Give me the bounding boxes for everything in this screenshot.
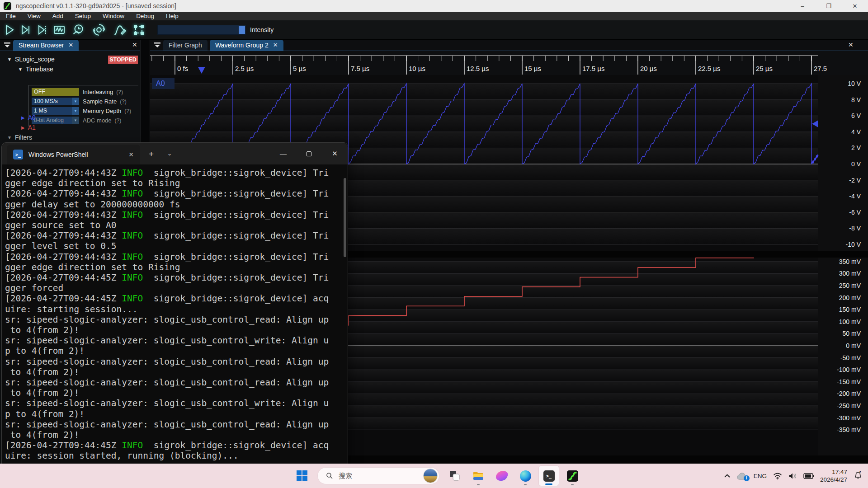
tab-stream-browser[interactable]: Stream Browser ✕ xyxy=(13,40,79,51)
menu-item-add[interactable]: Add xyxy=(47,12,69,20)
terminal-maximize-button[interactable] xyxy=(296,143,322,164)
menu-item-view[interactable]: View xyxy=(22,12,47,20)
menu-item-debug[interactable]: Debug xyxy=(130,12,160,20)
menu-item-setup[interactable]: Setup xyxy=(69,12,97,20)
waveform-history-icon[interactable] xyxy=(52,22,67,38)
tree-node-channel-a0[interactable]: ▶A0 xyxy=(21,114,36,121)
terminal-log-line: to 4(from 2)! xyxy=(5,430,343,440)
intensity-slider[interactable] xyxy=(157,25,246,35)
svg-text:27.5: 27.5 xyxy=(814,65,827,72)
task-view-button[interactable] xyxy=(444,465,465,486)
terminal-minimize-button[interactable]: — xyxy=(270,143,296,164)
paint-app-button[interactable] xyxy=(491,465,512,486)
expand-arrow-icon[interactable]: ▼ xyxy=(7,57,12,62)
search-box[interactable]: 搜索 xyxy=(317,467,439,484)
dropdown-select[interactable]: 1 MS▼ xyxy=(32,107,79,115)
filter-curve-icon[interactable] xyxy=(112,22,127,38)
tree-node-channel-a1[interactable]: ▶A1 xyxy=(21,124,36,131)
terminal-tab[interactable]: >_ Windows PowerShell ✕ xyxy=(7,145,140,164)
chevron-down-icon[interactable]: ▼ xyxy=(72,117,79,124)
svg-text:150 mV: 150 mV xyxy=(839,306,861,313)
intensity-slider-handle[interactable] xyxy=(239,26,245,34)
channel-name: A1 xyxy=(28,124,36,131)
expand-arrow-icon[interactable]: ▼ xyxy=(7,135,12,140)
wifi-icon[interactable] xyxy=(773,473,782,479)
fit-view-icon[interactable] xyxy=(131,22,146,38)
terminal-log-line: to 4(from 2)! xyxy=(5,367,343,377)
refresh-settings-icon[interactable] xyxy=(91,22,107,38)
help-icon[interactable]: (?) xyxy=(116,89,123,95)
window-close-button[interactable]: ✕ xyxy=(842,0,868,12)
chevron-down-icon[interactable]: ▼ xyxy=(72,107,79,115)
search-highlight-image[interactable] xyxy=(423,469,438,483)
multi-trigger-icon[interactable] xyxy=(35,22,50,38)
help-icon[interactable]: (?) xyxy=(124,108,131,114)
close-tab-icon[interactable]: ✕ xyxy=(128,151,134,158)
svg-text:-200 mV: -200 mV xyxy=(837,390,861,397)
time-ruler[interactable]: 0 fs2.5 µs5 µs7.5 µs10 µs12.5 µs15 µs17.… xyxy=(150,51,868,75)
terminal-output[interactable]: [2026-04-27T09:44:43Z INFO sigrok_bridge… xyxy=(2,164,348,488)
start-button[interactable] xyxy=(292,465,312,486)
expand-arrow-icon[interactable]: ▶ xyxy=(21,115,25,120)
terminal-log-line: sr: sipeed-slogic-analyzer: slogic_usb_c… xyxy=(5,314,343,325)
svg-text:-6 V: -6 V xyxy=(849,209,861,216)
channel-badge-a0[interactable]: A0 xyxy=(152,78,175,89)
svg-text:2 V: 2 V xyxy=(851,144,861,151)
tree-node-device[interactable]: ▼ SLogic_scope xyxy=(7,56,55,63)
close-tab-icon[interactable]: ✕ xyxy=(273,40,278,51)
single-trigger-icon[interactable] xyxy=(18,22,33,38)
terminal-titlebar[interactable]: >_ Windows PowerShell ✕ + ⌄ — ✕ xyxy=(2,143,348,164)
close-tab-icon[interactable]: ✕ xyxy=(68,40,73,51)
svg-text:-4 V: -4 V xyxy=(849,192,861,200)
battery-icon[interactable] xyxy=(803,473,814,479)
tab-filter-graph[interactable]: Filter Graph xyxy=(163,40,208,51)
tab-dropdown-icon[interactable]: ⌄ xyxy=(167,150,172,157)
terminal-log-line: gger forced xyxy=(5,283,343,293)
chevron-down-icon[interactable]: ▼ xyxy=(72,98,79,105)
toggle-button[interactable]: OFF xyxy=(32,88,79,96)
dropdown-select[interactable]: 100 MS/s▼ xyxy=(32,98,79,105)
terminal-scrollbar[interactable] xyxy=(344,178,346,257)
tray-chevron-icon[interactable] xyxy=(724,474,730,478)
tab-label: Filter Graph xyxy=(169,40,202,51)
file-explorer-button[interactable] xyxy=(468,465,489,486)
play-icon[interactable] xyxy=(1,22,17,38)
window-maximize-button[interactable]: ❐ xyxy=(816,0,842,12)
menu-item-file[interactable]: File xyxy=(0,12,22,20)
dock-menu-icon[interactable] xyxy=(3,41,12,50)
panel-close-icon[interactable]: ✕ xyxy=(848,41,854,48)
menu-item-help[interactable]: Help xyxy=(160,12,184,20)
menu-item-window[interactable]: Window xyxy=(97,12,130,20)
help-icon[interactable]: (?) xyxy=(115,117,122,124)
svg-text:0 fs: 0 fs xyxy=(177,65,188,72)
svg-text:10 V: 10 V xyxy=(848,80,861,87)
expand-arrow-icon[interactable]: ▼ xyxy=(18,67,23,72)
dock-menu-icon[interactable] xyxy=(153,41,162,50)
volume-icon[interactable] xyxy=(788,473,797,479)
timeline-clock-icon[interactable] xyxy=(71,22,86,38)
onedrive-icon[interactable]: i xyxy=(736,472,747,480)
taskbar-clock[interactable]: 17:47 2026/4/27 xyxy=(820,468,847,483)
svg-text:300 mV: 300 mV xyxy=(839,270,861,277)
tab-waveform-group-2[interactable]: Waveform Group 2✕ xyxy=(210,40,283,51)
svg-text:20 µs: 20 µs xyxy=(640,65,657,72)
tree-node-timebase[interactable]: ▼ Timebase xyxy=(18,66,53,73)
windows-logo-icon xyxy=(297,470,307,481)
dropdown-select[interactable]: 8-bit Analog▼ xyxy=(32,117,79,124)
edge-button[interactable] xyxy=(515,465,536,486)
tree-node-filters[interactable]: ▼ Filters xyxy=(7,134,32,141)
windows-terminal-button[interactable]: >_ xyxy=(538,465,559,486)
powershell-window[interactable]: >_ Windows PowerShell ✕ + ⌄ — ✕ [2026-04… xyxy=(1,142,348,488)
window-minimize-button[interactable]: – xyxy=(789,0,816,12)
expand-arrow-icon[interactable]: ▶ xyxy=(21,125,25,130)
terminal-log-line: to 4(from 2)! xyxy=(5,325,343,335)
panel-close-icon[interactable]: ✕ xyxy=(132,41,137,48)
help-icon[interactable]: (?) xyxy=(120,99,127,105)
language-indicator[interactable]: ENG xyxy=(754,473,767,479)
terminal-close-button[interactable]: ✕ xyxy=(322,143,348,164)
notification-bell-icon[interactable]: z xyxy=(854,470,863,481)
terminal-log-line: gger delay set to 200000000000 fs xyxy=(5,199,343,210)
new-tab-button[interactable]: + xyxy=(149,149,154,159)
svg-text:0 V: 0 V xyxy=(851,160,861,168)
ngscopeclient-taskbar-button[interactable] xyxy=(562,465,583,486)
